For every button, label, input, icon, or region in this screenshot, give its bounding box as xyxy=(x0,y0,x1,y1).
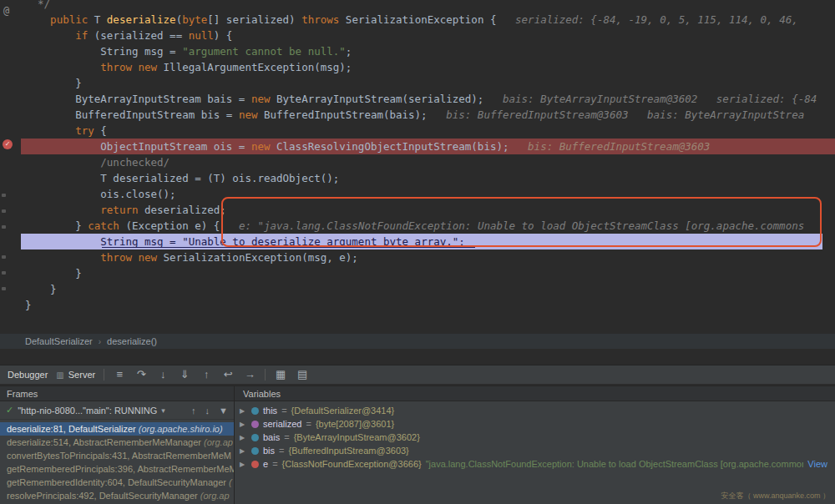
tab-server[interactable]: ▥Server xyxy=(56,370,95,380)
expand-arrow-icon[interactable]: ▶ xyxy=(240,461,247,468)
code-text: */ xyxy=(21,0,50,10)
panel-divider[interactable] xyxy=(234,386,235,504)
frame-location: resolvePrincipals:492, DefaultSecurityMa… xyxy=(7,491,200,501)
variable-type-icon xyxy=(251,434,259,441)
view-breakpoints-icon[interactable]: ▦ xyxy=(274,368,287,381)
frame-location: getRememberedPrincipals:396, AbstractRem… xyxy=(7,464,234,474)
inline-debugger-hint: bis: BufferedInputStream@3603 xyxy=(509,140,711,153)
code-line[interactable]: return deserialized; xyxy=(21,202,835,218)
code-line[interactable]: } catch (Exception e) { e: "java.lang.Cl… xyxy=(21,218,835,234)
code-line[interactable]: ois.close(); xyxy=(21,186,835,202)
thread-status-icon: ✓ xyxy=(6,405,13,416)
variable-type-icon xyxy=(251,461,259,468)
variable-type-icon xyxy=(251,421,259,428)
filter-frames-icon[interactable]: ▼ xyxy=(219,406,228,416)
code-line[interactable]: /unchecked/ xyxy=(21,154,835,170)
variable-row[interactable]: ▶bis={BufferedInputStream@3603} xyxy=(235,444,835,457)
tab-debugger[interactable]: Debugger xyxy=(8,370,48,380)
code-line[interactable]: BufferedInputStream bis = new BufferedIn… xyxy=(21,107,835,123)
variable-row[interactable]: ▶bais={ByteArrayInputStream@3602} xyxy=(235,431,835,444)
variable-value: {ByteArrayInputStream@3602} xyxy=(294,432,420,442)
variable-type-icon xyxy=(251,447,259,455)
step-out-icon[interactable]: ↑ xyxy=(200,368,213,381)
code-text: if (serialized == null) { xyxy=(21,29,232,42)
code-line[interactable]: String msg = "argument cannot be null."; xyxy=(21,43,835,59)
view-value-link[interactable]: View xyxy=(807,459,830,469)
next-frame-icon[interactable]: ↓ xyxy=(205,406,210,416)
layout-menu-icon[interactable]: ≡ xyxy=(113,368,126,381)
gutter-mark xyxy=(2,271,6,275)
thread-dropdown[interactable]: ✓ "http-nio-8080..."main": RUNNING ▾ ↑↓▼ xyxy=(0,401,234,420)
editor-code: */ public T deserialize(byte[] serialize… xyxy=(21,0,835,313)
frame-location: convertBytesToPrincipals:431, AbstractRe… xyxy=(7,451,231,461)
code-line[interactable]: } xyxy=(21,75,835,91)
stack-frame-row[interactable]: resolvePrincipals:492, DefaultSecurityMa… xyxy=(0,489,234,502)
tab-server-icon: ▥ xyxy=(56,370,63,380)
breadcrumb-separator: › xyxy=(99,337,101,346)
variables-panel: ▶this={DefaultSerializer@3414}▶serialize… xyxy=(235,401,835,504)
execution-line[interactable]: String msg = "Unable to deserialize argu… xyxy=(21,234,822,249)
code-text: String msg = "Unable to deserialize argu… xyxy=(21,235,465,248)
annotation-gutter-icon: @ xyxy=(3,5,9,17)
breadcrumb-item[interactable]: DefaultSerializer xyxy=(25,336,93,346)
step-into-icon[interactable]: ↓ xyxy=(156,368,170,381)
step-over-icon[interactable]: ↷ xyxy=(134,368,148,381)
code-line[interactable]: } xyxy=(21,297,835,313)
tab-server-label: Server xyxy=(68,370,95,380)
code-line[interactable]: if (serialized == null) { xyxy=(21,28,835,43)
frame-package: (org.ap xyxy=(204,437,233,447)
variable-type-icon xyxy=(251,407,259,415)
frame-package: (org.apache.shiro.io) xyxy=(139,424,223,434)
variable-row[interactable]: ▶e={ClassNotFoundException@3666}"java.la… xyxy=(235,457,835,471)
run-to-cursor-icon[interactable]: → xyxy=(243,368,256,381)
code-text: BufferedInputStream bis = new BufferedIn… xyxy=(21,108,804,121)
code-line[interactable]: throw new IllegalArgumentException(msg); xyxy=(21,59,835,75)
code-text: return deserialized; xyxy=(21,204,226,216)
code-line[interactable]: throw new SerializationException(msg, e)… xyxy=(21,249,835,265)
frame-location: deserialize:514, AbstractRememberMeManag… xyxy=(7,437,204,447)
code-line[interactable]: ByteArrayInputStream bais = new ByteArra… xyxy=(21,91,835,107)
code-line[interactable]: T deserialized = (T) ois.readObject(); xyxy=(21,170,835,186)
frames-toolbar: ↑↓▼ xyxy=(191,406,228,416)
force-step-into-icon[interactable]: ⇓ xyxy=(178,368,191,381)
toolbar-separator xyxy=(265,369,266,381)
expand-arrow-icon[interactable]: ▶ xyxy=(240,447,247,455)
inline-debugger-hint: e: "java.lang.ClassNotFoundException: Un… xyxy=(220,219,804,232)
code-line[interactable]: try { xyxy=(21,123,835,139)
stack-frame-row[interactable]: convertBytesToPrincipals:431, AbstractRe… xyxy=(0,449,234,462)
code-text: throw new SerializationException(msg, e)… xyxy=(21,251,358,264)
expand-arrow-icon[interactable]: ▶ xyxy=(240,407,247,415)
prev-frame-icon[interactable]: ↑ xyxy=(191,406,196,416)
inline-debugger-hint: bais: ByteArrayInputStream@3602 serializ… xyxy=(483,93,817,105)
code-editor[interactable]: */ public T deserialize(byte[] serialize… xyxy=(0,0,835,334)
code-line[interactable]: */ xyxy=(21,0,835,12)
stack-frame-row[interactable]: deserialize:81, DefaultSerializer (org.a… xyxy=(0,422,234,436)
variable-row[interactable]: ▶this={DefaultSerializer@3414} xyxy=(235,404,835,417)
variable-row[interactable]: ▶serialized={byte[2087]@3601} xyxy=(235,417,835,431)
stack-frame-row[interactable]: getRememberedIdentity:604, DefaultSecuri… xyxy=(0,476,234,489)
stack-frame-row[interactable]: getRememberedPrincipals:396, AbstractRem… xyxy=(0,462,234,476)
variable-name: bis xyxy=(263,446,275,456)
code-line[interactable]: public T deserialize(byte[] serialized) … xyxy=(21,12,835,28)
layout-settings-icon[interactable]: ▤ xyxy=(296,368,309,381)
expand-arrow-icon[interactable]: ▶ xyxy=(240,434,247,441)
gutter-mark xyxy=(2,194,6,197)
code-line[interactable]: } xyxy=(21,281,835,297)
variable-name: this xyxy=(263,406,277,416)
equals-sign: = xyxy=(272,459,277,469)
equals-sign: = xyxy=(284,432,289,442)
stack-frame-row[interactable]: deserialize:514, AbstractRememberMeManag… xyxy=(0,436,234,449)
breadcrumb-item[interactable]: deserialize() xyxy=(107,336,157,346)
code-line[interactable]: } xyxy=(21,265,835,281)
code-text: try { xyxy=(21,124,107,137)
variable-value: {byte[2087]@3601} xyxy=(316,419,394,429)
frames-panel: ✓ "http-nio-8080..."main": RUNNING ▾ ↑↓▼… xyxy=(0,401,234,504)
variables-header: Variables xyxy=(243,389,281,399)
variable-value: {BufferedInputStream@3603} xyxy=(289,446,409,456)
breakpoint-line[interactable]: ObjectInputStream ois = new ClassResolvi… xyxy=(21,139,835,154)
variable-name: serialized xyxy=(263,419,301,429)
drop-frame-icon[interactable]: ↩ xyxy=(221,368,235,381)
code-text: throw new IllegalArgumentException(msg); xyxy=(21,61,352,73)
expand-arrow-icon[interactable]: ▶ xyxy=(240,421,247,428)
breakpoint-icon[interactable]: ✓ xyxy=(3,139,13,149)
